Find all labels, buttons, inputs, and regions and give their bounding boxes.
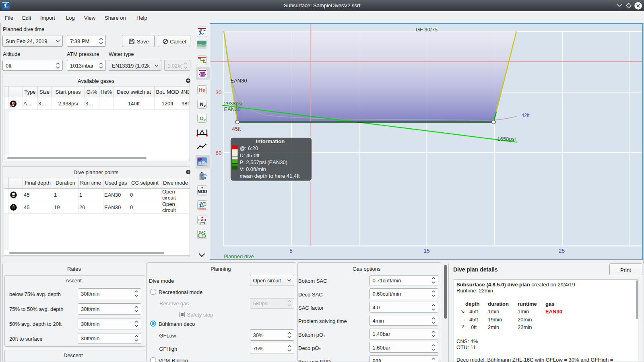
svg-text:42ft: 42ft bbox=[522, 113, 530, 118]
svg-text:2: 2 bbox=[204, 104, 206, 108]
svg-text:15: 15 bbox=[423, 248, 429, 254]
svg-text:1658psi: 1658psi bbox=[497, 136, 516, 142]
svg-text:N: N bbox=[200, 102, 204, 107]
svg-text:GF 30/75: GF 30/75 bbox=[416, 26, 438, 32]
svg-text:Planned dive: Planned dive bbox=[224, 253, 254, 259]
svg-text:@: 6:20: @: 6:20 bbox=[240, 145, 258, 151]
svg-text:Information: Information bbox=[256, 138, 285, 144]
svg-text:2: 2 bbox=[204, 118, 206, 122]
svg-text:45ft: 45ft bbox=[232, 125, 241, 132]
svg-text:mean depth to here 41.4ft: mean depth to here 41.4ft bbox=[240, 173, 300, 179]
svg-text:25: 25 bbox=[559, 248, 565, 254]
svg-text:MOD: MOD bbox=[198, 189, 207, 194]
svg-text:EAN30: EAN30 bbox=[224, 106, 241, 112]
svg-text:2938psi: 2938psi bbox=[224, 100, 243, 106]
svg-text:30: 30 bbox=[215, 89, 221, 95]
svg-text:D: 45.0ft: D: 45.0ft bbox=[240, 152, 260, 158]
svg-text:EAN30: EAN30 bbox=[231, 77, 247, 83]
svg-text:V: 0.0ft/min: V: 0.0ft/min bbox=[240, 166, 266, 172]
svg-text:SAC: SAC bbox=[199, 230, 206, 234]
svg-text:O: O bbox=[200, 116, 203, 121]
svg-text:P: 2,557psi (EAN30): P: 2,557psi (EAN30) bbox=[240, 159, 288, 165]
svg-text:(•••): (•••) bbox=[200, 221, 205, 224]
svg-text:He: He bbox=[199, 87, 205, 93]
svg-text:5: 5 bbox=[289, 248, 293, 254]
svg-text:60: 60 bbox=[215, 150, 221, 156]
